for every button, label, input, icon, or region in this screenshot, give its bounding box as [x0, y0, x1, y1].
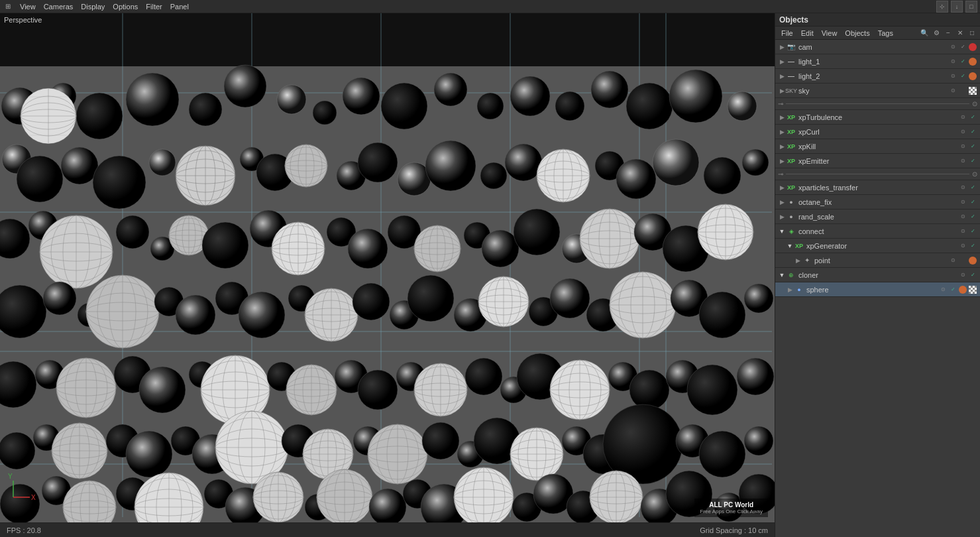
config-icon[interactable]: ⚙	[931, 28, 942, 38]
rand-scale-vis[interactable]: ⊙	[958, 212, 967, 221]
object-item-light2[interactable]: ▶ — light_2 ⊙ ✓	[775, 69, 980, 84]
rand-scale-label: rand_scale	[798, 213, 958, 221]
object-item-point[interactable]: ▶ ✦ point ⊙	[775, 253, 980, 268]
menu-view[interactable]: View	[16, 0, 40, 13]
object-item-xpCurl[interactable]: ▶ XP xpCurl ⊙ ✓	[775, 125, 980, 139]
octane-check[interactable]: ✓	[968, 198, 977, 207]
expand-connect[interactable]: ▼	[778, 228, 786, 235]
object-item-octane-fix[interactable]: ▶ ● octane_fix ⊙ ✓	[775, 195, 980, 209]
point-vis[interactable]: ⊙	[948, 256, 957, 265]
xpEmitter-vis[interactable]: ⊙	[958, 156, 967, 166]
xpEmitter-check[interactable]: ✓	[968, 156, 977, 166]
object-item-xpEmitter[interactable]: ▶ XP xpEmitter ⊙ ✓	[775, 154, 980, 168]
tool-btn-3[interactable]: □	[965, 1, 977, 13]
menu-panel[interactable]: Panel	[166, 0, 193, 13]
close-icon[interactable]: ✕	[955, 28, 965, 38]
sep1-ctrl[interactable]: ⊙	[972, 100, 977, 107]
connect-vis[interactable]: ⊙	[958, 227, 967, 236]
sky-check-icon[interactable]	[958, 86, 967, 95]
sphere-check[interactable]: ✓	[948, 285, 957, 294]
object-item-sky[interactable]: ▶ SKY sky ⊙	[775, 84, 980, 98]
expand-point[interactable]: ▶	[794, 257, 802, 264]
xpTurbulence-check[interactable]: ✓	[968, 113, 977, 122]
xpKill-vis[interactable]: ⊙	[958, 142, 967, 151]
object-item-sphere[interactable]: ▶ ● sphere ⊙ ✓	[775, 282, 980, 297]
omenu-file[interactable]: File	[778, 29, 796, 37]
omenu-tags[interactable]: Tags	[875, 29, 897, 37]
xpGenerator-controls: ⊙ ✓	[958, 241, 977, 251]
light1-check-icon[interactable]: ✓	[958, 57, 967, 66]
object-item-cam[interactable]: ▶ 📷 cam ⊙ ✓	[775, 40, 980, 54]
tool-btn-1[interactable]: ⊹	[936, 1, 948, 13]
rand-scale-check[interactable]: ✓	[968, 212, 977, 221]
menu-filter[interactable]: Filter	[142, 0, 166, 13]
expand-xpEmitter[interactable]: ▶	[778, 158, 786, 164]
scene-background: Y X	[0, 13, 775, 522]
object-item-light1[interactable]: ▶ — light_1 ⊙ ✓	[775, 54, 980, 69]
light2-vis-icon[interactable]: ⊙	[948, 72, 957, 81]
menu-display[interactable]: Display	[77, 0, 109, 13]
object-item-rand-scale[interactable]: ▶ ● rand_scale ⊙ ✓	[775, 209, 980, 224]
xpTurbulence-vis[interactable]: ⊙	[958, 113, 967, 122]
xpCurl-vis[interactable]: ⊙	[958, 127, 967, 137]
expand-light1[interactable]: ▶	[778, 58, 786, 65]
xpEmitter-label: xpEmitter	[798, 157, 958, 165]
object-item-xparticles-transfer[interactable]: ▶ XP xparticles_transfer ⊙ ✓	[775, 180, 980, 195]
expand-xpTurbulence[interactable]: ▶	[778, 114, 786, 121]
menu-options[interactable]: Options	[109, 0, 142, 13]
omenu-edit[interactable]: Edit	[798, 29, 817, 37]
light1-color-dot	[969, 58, 977, 66]
light2-check-icon[interactable]: ✓	[958, 72, 967, 81]
xpGenerator-check[interactable]: ✓	[968, 241, 977, 251]
point-check[interactable]	[958, 256, 967, 265]
cloner-vis[interactable]: ⊙	[958, 270, 967, 280]
object-item-cloner[interactable]: ▼ ⊕ cloner ⊙ ✓	[775, 268, 980, 282]
svg-point-13	[76, 93, 123, 139]
svg-point-41	[149, 149, 176, 176]
omenu-objects[interactable]: Objects	[842, 29, 873, 37]
xparticles-check[interactable]: ✓	[968, 183, 977, 192]
expand-cloner[interactable]: ▼	[778, 272, 786, 278]
object-list[interactable]: ▶ 📷 cam ⊙ ✓ ▶ — light_1 ⊙ ✓	[775, 40, 980, 537]
menu-cameras[interactable]: Cameras	[40, 0, 78, 13]
cam-vis-icon[interactable]: ⊙	[948, 42, 957, 52]
xpGenerator-vis[interactable]: ⊙	[958, 241, 967, 251]
connect-check[interactable]: ✓	[968, 227, 977, 236]
expand-xpCurl[interactable]: ▶	[778, 129, 786, 135]
object-item-connect[interactable]: ▼ ◈ connect ⊙ ✓	[775, 224, 980, 239]
expand-icon[interactable]: □	[967, 28, 977, 38]
viewport[interactable]: Perspective	[0, 13, 775, 537]
object-item-xpGenerator[interactable]: ▼ XP xpGenerator ⊙ ✓	[775, 239, 980, 253]
cam-controls: ⊙ ✓	[948, 42, 977, 52]
tool-btn-2[interactable]: ↓	[951, 1, 963, 13]
sky-vis-icon[interactable]: ⊙	[948, 86, 957, 95]
expand-sphere[interactable]: ▶	[786, 286, 794, 293]
expand-octane[interactable]: ▶	[778, 199, 786, 206]
expand-rand-scale[interactable]: ▶	[778, 213, 786, 220]
expand-xpKill[interactable]: ▶	[778, 143, 786, 150]
point-icon: ✦	[802, 255, 812, 266]
expand-xparticles[interactable]: ▶	[778, 184, 786, 191]
watermark-subtitle: Free Apps One Click Away	[700, 508, 763, 514]
xparticles-vis[interactable]: ⊙	[958, 183, 967, 192]
svg-point-17	[277, 85, 306, 114]
octane-vis[interactable]: ⊙	[958, 198, 967, 207]
xpCurl-check[interactable]: ✓	[968, 127, 977, 137]
cloner-check[interactable]: ✓	[968, 270, 977, 280]
minimize-icon[interactable]: −	[943, 28, 953, 38]
expand-light2[interactable]: ▶	[778, 73, 786, 80]
svg-point-248	[737, 358, 774, 395]
search-icon[interactable]: 🔍	[919, 28, 930, 38]
cam-label: cam	[798, 43, 948, 51]
expand-cam[interactable]: ▶	[778, 44, 786, 50]
omenu-view[interactable]: View	[818, 29, 841, 37]
xpKill-check[interactable]: ✓	[968, 142, 977, 151]
object-item-xpTurbulence[interactable]: ▶ XP xpTurbulence ⊙ ✓	[775, 110, 980, 125]
right-panel: Objects File Edit View Objects Tags 🔍 ⚙ …	[775, 13, 980, 537]
object-item-xpKill[interactable]: ▶ XP xpKill ⊙ ✓	[775, 139, 980, 154]
light1-vis-icon[interactable]: ⊙	[948, 57, 957, 66]
sep2-ctrl[interactable]: ⊙	[972, 170, 977, 178]
expand-xpGenerator[interactable]: ▼	[786, 243, 794, 249]
cam-lock-icon[interactable]: ✓	[958, 42, 967, 52]
sphere-vis[interactable]: ⊙	[938, 285, 948, 294]
